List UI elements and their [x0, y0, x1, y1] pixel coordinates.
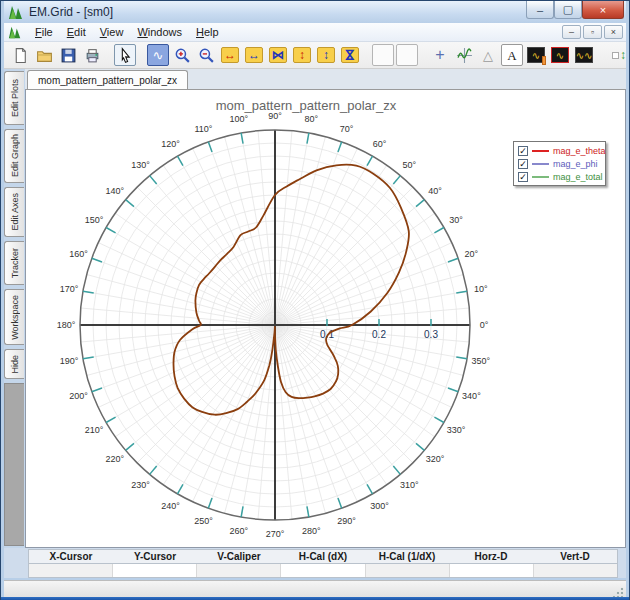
angle-tick-label: 0°	[480, 320, 489, 330]
vertical-fit-spin-control[interactable]: ↕	[606, 44, 626, 66]
angle-tick-label: 70°	[340, 124, 354, 134]
toolbar: ∿↔↔⋈↕↕⋈+△A∿∿∿∿↕↔Layout	[4, 42, 626, 69]
sidebar-tab-edit-axes[interactable]: Edit Axes	[4, 187, 24, 237]
triangle-marker-button[interactable]: △	[477, 44, 499, 66]
angle-tick-label: 310°	[400, 480, 419, 490]
resize-grip[interactable]	[612, 587, 624, 599]
shrink-y-button[interactable]: ↕	[315, 44, 337, 66]
empty-box-button[interactable]	[372, 44, 394, 66]
caliper-value-cell	[281, 564, 365, 577]
angle-tick-label: 210°	[85, 425, 104, 435]
angle-tick-label: 230°	[131, 480, 150, 490]
angle-tick-label: 60°	[373, 139, 387, 149]
add-marker-button[interactable]: +	[429, 44, 451, 66]
legend-item-mag_e_theta: ✓mag_e_theta	[518, 144, 601, 157]
zoom-in-button[interactable]	[171, 44, 193, 66]
mdi-restore-button[interactable]: ▫	[583, 25, 602, 39]
expand-y-button[interactable]: ↕	[291, 44, 313, 66]
angle-tick-label: 200°	[69, 391, 88, 401]
legend-line-sample	[532, 176, 549, 178]
angle-tick-label: 110°	[195, 124, 213, 134]
trace-mode-button[interactable]: ∿	[147, 44, 169, 66]
window-title: EM.Grid - [sm0]	[29, 5, 113, 19]
legend-box: ✓mag_e_theta✓mag_e_phi✓mag_e_total	[513, 141, 606, 186]
tab-mom-pattern-polar-zx[interactable]: mom_pattern_pattern_polar_zx	[27, 70, 188, 89]
menu-bar: FileEditViewWindowsHelp – ▫ ×	[4, 23, 626, 42]
angle-tick-label: 80°	[304, 114, 318, 124]
marker-highlight-dark-button[interactable]: ∿	[525, 44, 547, 66]
angle-tick-label: 270°	[266, 529, 285, 539]
mdi-minimize-button[interactable]: –	[562, 25, 581, 39]
angle-tick-label: 90°	[268, 111, 282, 121]
angle-tick-label: 350°	[472, 356, 491, 366]
caliper-col-horz-d: Horz-D	[449, 550, 533, 563]
status-bar	[4, 580, 626, 600]
expand-x-button[interactable]: ↔	[219, 44, 241, 66]
save-file-button[interactable]	[57, 44, 79, 66]
caliper-value-cell	[29, 564, 113, 577]
caliper-col-h-cal-dx-: H-Cal (dX)	[281, 550, 365, 563]
zoom-out-button[interactable]	[195, 44, 217, 66]
angle-tick-label: 120°	[161, 139, 180, 149]
sidebar-filler	[4, 383, 24, 546]
legend-checkbox-mag_e_theta[interactable]: ✓	[518, 146, 528, 156]
menu-help[interactable]: Help	[189, 24, 226, 40]
document-tab-bar: mom_pattern_pattern_polar_zx	[25, 69, 626, 89]
radial-tick-label: 0.3	[424, 329, 438, 340]
empty-box-button-2[interactable]	[396, 44, 418, 66]
trace-color-dark-button[interactable]: ∿	[549, 44, 571, 66]
angle-tick-label: 170°	[60, 284, 79, 294]
legend-checkbox-mag_e_total[interactable]: ✓	[518, 172, 528, 182]
caliper-bar: X-CursorY-CursorV-CaliperH-Cal (dX)H-Cal…	[4, 548, 626, 578]
sidebar-tab-edit-plots[interactable]: Edit Plots	[4, 71, 24, 125]
legend-line-sample	[532, 150, 549, 152]
open-file-button[interactable]	[33, 44, 55, 66]
caliper-col-v-caliper: V-Caliper	[197, 550, 281, 563]
pointer-tool-button[interactable]	[114, 44, 136, 66]
sidebar-tab-edit-graph[interactable]: Edit Graph	[4, 129, 24, 183]
angle-tick-label: 280°	[302, 526, 321, 536]
legend-checkbox-mag_e_phi[interactable]: ✓	[518, 159, 528, 169]
sidebar-tab-hide[interactable]: Hide	[4, 349, 24, 379]
angle-tick-label: 30°	[449, 215, 463, 225]
legend-label: mag_e_theta	[553, 146, 606, 156]
angle-tick-label: 220°	[106, 454, 125, 464]
multi-trace-dark-button[interactable]: ∿∿	[573, 44, 595, 66]
angle-tick-label: 10°	[474, 284, 488, 294]
caliper-value-cell	[197, 564, 281, 577]
angle-tick-label: 150°	[85, 215, 104, 225]
mdi-close-button[interactable]: ×	[604, 25, 623, 39]
caliper-col-h-cal-1-dx-: H-Cal (1/dX)	[365, 550, 449, 563]
axes-wave-button[interactable]	[453, 44, 475, 66]
angle-tick-label: 100°	[229, 114, 248, 124]
menu-windows[interactable]: Windows	[130, 24, 189, 40]
maximize-button[interactable]: ▢	[554, 1, 582, 19]
caliper-col-vert-d: Vert-D	[533, 550, 617, 563]
angle-tick-label: 190°	[60, 356, 79, 366]
sidebar-tab-tracker[interactable]: Tracker	[4, 241, 24, 285]
fit-y-button[interactable]: ⋈	[339, 44, 361, 66]
print-button[interactable]	[81, 44, 103, 66]
angle-tick-label: 180°	[57, 320, 76, 330]
plot-canvas[interactable]: mom_pattern_pattern_polar_zx 0.10.20.30°…	[25, 89, 626, 548]
legend-line-sample	[532, 163, 549, 165]
menu-file[interactable]: File	[28, 24, 60, 40]
close-button[interactable]: ×	[582, 1, 624, 19]
shrink-x-button[interactable]: ↔	[243, 44, 265, 66]
legend-label: mag_e_phi	[553, 159, 598, 169]
caliper-value-cell	[450, 564, 534, 577]
sidebar-tabs: Edit PlotsEdit GraphEdit AxesTrackerWork…	[4, 69, 25, 548]
menu-view[interactable]: View	[93, 24, 131, 40]
status-text	[4, 586, 10, 597]
document-icon[interactable]	[8, 25, 22, 39]
sidebar-tab-workspace[interactable]: Workspace	[4, 289, 24, 345]
fit-x-button[interactable]: ⋈	[267, 44, 289, 66]
title-bar: EM.Grid - [sm0] – ▢ ×	[4, 1, 626, 23]
minimize-button[interactable]: –	[526, 1, 554, 19]
menu-edit[interactable]: Edit	[60, 24, 93, 40]
radial-tick-label: 0.2	[372, 329, 386, 340]
caliper-value-cell	[366, 564, 450, 577]
text-annotation-button[interactable]: A	[501, 44, 523, 66]
app-logo-icon	[8, 4, 24, 20]
new-file-button[interactable]	[9, 44, 31, 66]
